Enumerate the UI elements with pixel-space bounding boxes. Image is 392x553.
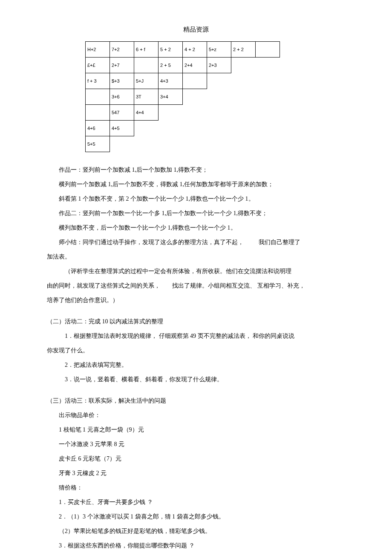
body-line: 作品二：竖列前一个加数一个比一个多 1,后一个加数一个比一个少 1,得数不变；	[47, 207, 345, 219]
body-line: 3．根据这些东西的价格，你能提出哪些数学问题 ？	[47, 540, 345, 552]
table-cell: 2+3	[207, 58, 231, 73]
table-cell	[231, 89, 256, 105]
table-cell: 2+4	[183, 58, 207, 73]
body-line: 你发现了什么。	[47, 345, 345, 357]
table-row: 5+5	[86, 136, 280, 152]
table-cell: 4+4	[134, 105, 159, 121]
body-line: （2）苹果比铅笔多的钱正好是彩笔的钱，猜彩笔多少钱。	[47, 525, 345, 537]
table-cell: 4+5	[110, 121, 134, 136]
table-cell: 5+J	[134, 73, 159, 89]
body-line: 加法表。	[47, 251, 345, 263]
table-row: 5474+4	[86, 105, 280, 121]
body-line: 2．（1）3 个冰激凌可以买 1 袋喜之郎，猜 1 袋喜之郎多少钱。	[47, 511, 345, 523]
body-line: 2．把减法表填写完整。	[47, 359, 345, 371]
addition-table: H+27+26 + f5 + 24 + 25+z2 + 2£+£2+72 + 5…	[85, 41, 280, 152]
table-cell: 547	[110, 105, 134, 121]
body-line: 出示物品单价：	[47, 409, 345, 421]
body-line: 1．买皮卡丘、牙膏一共要多少钱 ？	[47, 496, 345, 508]
table-row: f + 3$+35+J4+3	[86, 73, 280, 89]
section-heading: （三）活动三：联系实际，解决生活中的问题	[47, 395, 345, 407]
table-cell: £+£	[86, 58, 110, 73]
table-row: 3+63T3+4	[86, 89, 280, 105]
table-cell	[231, 136, 256, 152]
body-line: 横列加数不变，后一个加数一个比一个少 1,得数也一个比一个少 1。	[47, 222, 345, 234]
body-line: 横列前一个加数减 1,后一个加数不变，得数减 1,任何加数加零都等于原来的加数；	[47, 179, 345, 190]
table-cell	[231, 121, 256, 136]
table-cell	[183, 136, 207, 152]
table-cell: f + 3	[86, 73, 110, 89]
table-cell: 5 + 2	[159, 42, 183, 58]
body-line: （评析学生在整理算式的过程中一定会有所体验，有所收获。他们在交流摆法和说明理	[47, 265, 345, 277]
table-cell	[231, 105, 256, 121]
table-cell	[183, 73, 207, 89]
table-cell: 5+z	[207, 42, 231, 58]
table-cell: 2 + 5	[159, 58, 183, 73]
table-row: 4+64+5	[86, 121, 280, 136]
table-cell	[207, 89, 231, 105]
table-cell	[256, 121, 280, 136]
table-cell	[159, 105, 183, 121]
table-cell	[183, 105, 207, 121]
body-line: 牙膏 3 元橡皮 2 元	[47, 467, 345, 479]
text	[162, 282, 171, 289]
text: 师小结：同学们通过动手操作，发现了这么多的整理方法，真了不起，	[59, 239, 244, 245]
table-cell	[207, 121, 231, 136]
table-cell: 4+6	[86, 121, 110, 136]
table-cell: 2+7	[110, 58, 134, 73]
table-cell: 6 + f	[134, 42, 159, 58]
table-cell: 3T	[134, 89, 159, 105]
body-line: 猜价格：	[47, 482, 345, 494]
table-cell	[86, 89, 110, 105]
body-line: 斜看第 1 个加数不变，第 2 个加数一个比一个少 1,得数也一个比一个少 1。	[47, 193, 345, 205]
body-line: 培养了他们的合作意识。）	[47, 294, 345, 306]
text: 找出了规律。小组间相互交流、 互相学习、补充，	[172, 282, 305, 289]
table-cell: 4+3	[159, 73, 183, 89]
body-line: 1．根据整理加法表时发现的规律， 仔细观察第 49 页不完整的减法表， 和你的同…	[47, 330, 345, 342]
table-cell	[231, 73, 256, 89]
table-cell	[231, 58, 256, 73]
body-line: 作品一：竖列前一个加数减 1,后一个加数加 1,得数不变；	[47, 164, 345, 176]
table-cell: 3+4	[159, 89, 183, 105]
table-cell: 5+5	[86, 136, 110, 152]
table-cell: 2 + 2	[231, 42, 256, 58]
table-cell: 4 + 2	[183, 42, 207, 58]
table-cell	[134, 136, 159, 152]
page-title: 精品资源	[47, 26, 345, 34]
table-cell	[134, 121, 159, 136]
body-line: 师小结：同学们通过动手操作，发现了这么多的整理方法，真了不起， 我们自己整理了	[47, 236, 345, 248]
table-cell	[256, 42, 280, 58]
table-cell	[256, 73, 280, 89]
body-line: 3．说一说，竖着看、横着看、斜着看，你发现了什么规律。	[47, 374, 345, 386]
table-cell	[256, 136, 280, 152]
table-cell	[159, 136, 183, 152]
text: 由的同时，就发现了这些算式之间的关系，	[47, 282, 160, 289]
table-cell	[159, 121, 183, 136]
table-cell: 7+2	[110, 42, 134, 58]
text: 我们自己整理了	[259, 239, 300, 245]
table-row: £+£2+72 + 52+42+3	[86, 58, 280, 73]
table-cell	[86, 105, 110, 121]
body-line: 一个冰激凌 3 元苹果 8 元	[47, 438, 345, 450]
table-cell: 3+6	[110, 89, 134, 105]
table-cell	[207, 105, 231, 121]
table-cell	[110, 136, 134, 152]
table-row: H+27+26 + f5 + 24 + 25+z2 + 2	[86, 42, 280, 58]
table-cell	[183, 89, 207, 105]
body-line: 1 枝铅笔 1 元喜之郎一袋（9）元	[47, 424, 345, 436]
table-cell	[183, 121, 207, 136]
table-cell: $+3	[110, 73, 134, 89]
body-line: 由的同时，就发现了这些算式之间的关系， 找出了规律。小组间相互交流、 互相学习、…	[47, 280, 345, 292]
table-cell	[256, 58, 280, 73]
section-heading: （二）活动二：完成 10 以内减法算式的整理	[47, 316, 345, 328]
table-cell	[256, 89, 280, 105]
table-cell	[207, 73, 231, 89]
table-cell: H+2	[86, 42, 110, 58]
body-line: 皮卡丘 6 元彩笔（7）元	[47, 453, 345, 465]
table-cell	[256, 105, 280, 121]
table-cell	[207, 136, 231, 152]
text	[245, 239, 257, 245]
table-cell	[134, 58, 159, 73]
